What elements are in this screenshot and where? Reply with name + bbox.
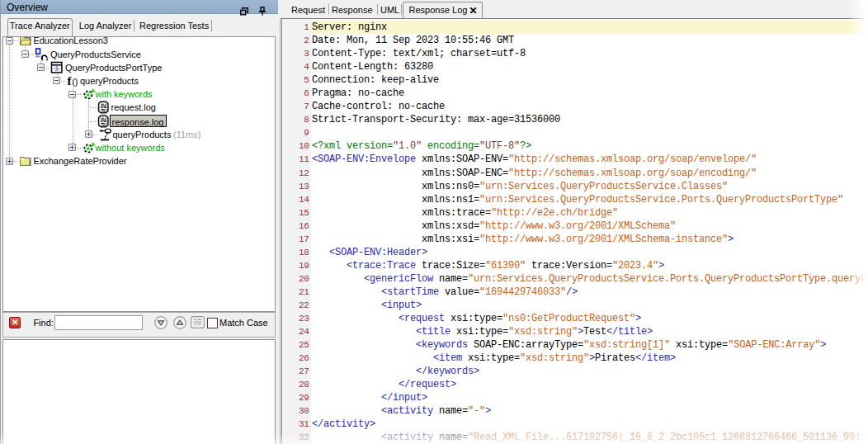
svg-text:(): () bbox=[72, 76, 78, 86]
